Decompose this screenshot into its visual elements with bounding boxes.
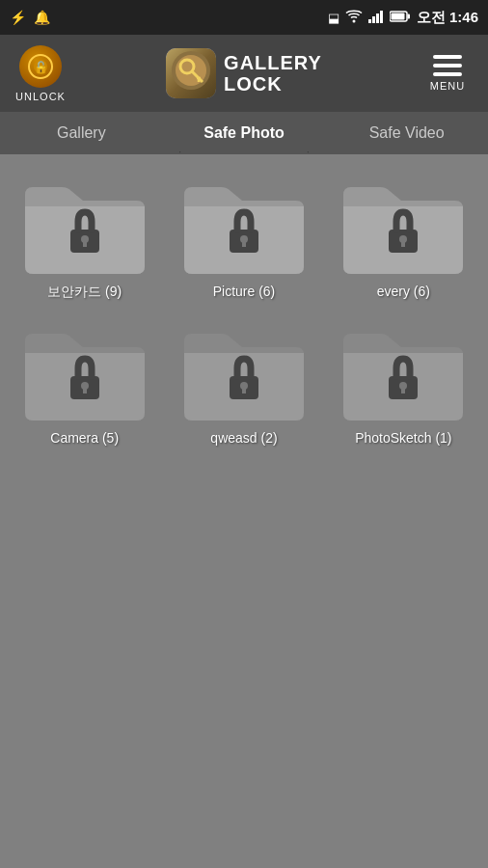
folder-item[interactable]: PhotoSketch (1) xyxy=(329,320,478,446)
wifi-icon xyxy=(345,10,363,26)
folder-icon xyxy=(17,174,152,278)
svg-rect-4 xyxy=(380,11,383,23)
folder-item[interactable]: 보안카드 (9) xyxy=(10,174,159,301)
toolbar: 🔓 UNLOCK GALLERY LOCK xyxy=(0,35,488,112)
svg-rect-7 xyxy=(391,14,404,20)
svg-rect-34 xyxy=(401,386,405,393)
folder-icon xyxy=(176,320,312,424)
folder-icon xyxy=(336,320,471,424)
unlock-circle-icon: 🔓 xyxy=(19,45,62,88)
folder-item[interactable]: Camera (5) xyxy=(10,320,159,446)
menu-hamburger-icon xyxy=(433,55,462,76)
status-left-icons: ⚡ 🔔 xyxy=(10,10,50,25)
svg-rect-31 xyxy=(242,386,246,393)
folder-name: Camera (5) xyxy=(50,430,119,446)
menu-label: MENU xyxy=(430,80,465,92)
main-content: 보안카드 (9) Picture (6) xyxy=(0,154,488,868)
status-right-icons: ⬓ 오전 1:46 xyxy=(328,9,478,27)
svg-rect-1 xyxy=(368,19,371,23)
svg-rect-2 xyxy=(372,16,375,23)
unlock-button[interactable]: 🔓 UNLOCK xyxy=(12,45,69,102)
svg-rect-22 xyxy=(242,239,246,247)
app-logo: GALLERY LOCK xyxy=(166,48,322,98)
svg-point-0 xyxy=(352,19,355,22)
folder-icon xyxy=(176,174,312,278)
folder-name: Picture (6) xyxy=(213,284,276,299)
svg-rect-6 xyxy=(407,14,410,19)
logo-lock: LOCK xyxy=(224,73,322,95)
folder-item[interactable]: every (6) xyxy=(329,174,478,301)
notification-icon: 🔔 xyxy=(34,10,50,25)
svg-rect-25 xyxy=(401,239,405,247)
svg-rect-28 xyxy=(83,386,87,393)
svg-text:🔓: 🔓 xyxy=(34,60,48,74)
folder-icon xyxy=(17,320,152,424)
tab-bar: Gallery Safe Photo Safe Video xyxy=(0,112,488,154)
tab-safe-video[interactable]: Safe Video xyxy=(325,112,488,154)
folder-name: qweasd (2) xyxy=(210,430,277,446)
folder-name: PhotoSketch (1) xyxy=(355,430,451,446)
usb-icon: ⚡ xyxy=(10,10,26,25)
folder-name: every (6) xyxy=(377,284,430,299)
unlock-label: UNLOCK xyxy=(15,91,66,102)
folder-item[interactable]: Picture (6) xyxy=(169,174,318,301)
bluetooth-icon: ⬓ xyxy=(328,11,339,25)
battery-icon xyxy=(390,10,411,25)
signal-icon xyxy=(368,10,384,26)
folder-item[interactable]: qweasd (2) xyxy=(169,320,318,446)
menu-button[interactable]: MENU xyxy=(419,55,476,92)
logo-gallery: GALLERY xyxy=(224,52,322,73)
tab-safe-photo[interactable]: Safe Photo xyxy=(163,112,326,154)
svg-rect-3 xyxy=(376,14,379,23)
status-time: 오전 1:46 xyxy=(417,9,478,27)
status-bar: ⚡ 🔔 ⬓ 오전 1:46 xyxy=(0,0,488,35)
folder-name: 보안카드 (9) xyxy=(47,284,122,301)
tab-gallery[interactable]: Gallery xyxy=(0,112,163,154)
logo-icon xyxy=(166,48,216,98)
folder-icon xyxy=(336,174,471,278)
logo-text: GALLERY LOCK xyxy=(224,52,322,95)
svg-rect-19 xyxy=(83,239,87,247)
